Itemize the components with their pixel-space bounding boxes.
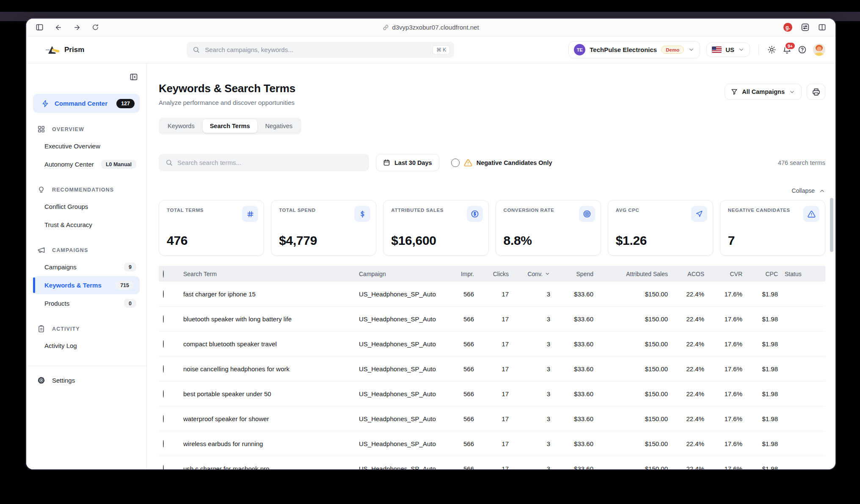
cell-attributed-sales: $150.00 [597, 465, 671, 470]
column-spend[interactable]: Spend [554, 271, 597, 277]
cell-impressions: 566 [440, 465, 477, 470]
table-row[interactable]: usb c charger for macbook pro US_Headpho… [159, 456, 825, 469]
section-title: RECOMMENDATIONS [52, 187, 114, 193]
back-icon[interactable] [55, 24, 62, 31]
term-search[interactable] [159, 154, 369, 171]
hash-icon [242, 206, 258, 222]
count-badge: 0 [124, 299, 136, 308]
theme-toggle-sun-icon[interactable] [767, 45, 776, 54]
sidebar-item-activity-log[interactable]: Activity Log [26, 337, 146, 355]
split-view-icon[interactable] [818, 23, 826, 31]
cell-impressions: 566 [440, 315, 477, 323]
print-button[interactable] [807, 84, 825, 100]
grid-icon [37, 125, 45, 133]
term-search-input[interactable] [177, 159, 362, 166]
column-conversions[interactable]: Conv. [512, 271, 554, 277]
select-all-checkbox[interactable] [163, 270, 164, 278]
column-cvr[interactable]: CVR [708, 271, 746, 277]
user-avatar[interactable] [813, 44, 825, 56]
table-row[interactable]: bluetooth speaker with long battery life… [159, 307, 825, 331]
column-impressions[interactable]: Impr. [440, 271, 477, 277]
row-checkbox[interactable] [163, 390, 164, 397]
column-clicks[interactable]: Clicks [477, 271, 512, 277]
search-icon [165, 159, 173, 166]
clipboard-icon [37, 325, 45, 333]
cell-impressions: 566 [440, 365, 477, 373]
sidebar-item-autonomy-center[interactable]: Autonomy Center L0 Manual [26, 155, 146, 173]
row-checkbox[interactable] [163, 465, 164, 470]
row-checkbox[interactable] [163, 365, 164, 373]
collapse-stats-toggle[interactable]: Collapse [159, 187, 825, 194]
cell-impressions: 566 [440, 415, 477, 422]
row-checkbox[interactable] [163, 315, 164, 323]
row-checkbox[interactable] [163, 415, 164, 422]
sidebar-item-command-center[interactable]: Command Center 127 [33, 94, 140, 113]
sidebar-item-products[interactable]: Products 0 [26, 294, 146, 312]
forward-icon[interactable] [73, 24, 81, 31]
sort-chevron-down-icon [545, 271, 550, 277]
count-badge: 9 [124, 263, 136, 271]
sidebar-item-settings[interactable]: Settings [26, 366, 146, 384]
campaign-filter-button[interactable]: All Campaigns [725, 84, 802, 100]
cell-clicks: 17 [477, 340, 512, 348]
cell-spend: $33.60 [554, 465, 597, 470]
row-checkbox[interactable] [163, 340, 164, 348]
column-acos[interactable]: ACOS [671, 271, 708, 277]
column-search-term[interactable]: Search Term [180, 271, 356, 277]
cell-attributed-sales: $150.00 [597, 440, 671, 447]
global-search-input[interactable] [205, 46, 427, 53]
url-text: d3vyp3zxobur07.cloudfront.net [392, 24, 479, 31]
tab-negatives[interactable]: Negatives [258, 119, 300, 133]
account-avatar: TE [574, 44, 585, 55]
sidebar-item-trust-accuracy[interactable]: Trust & Accuracy [26, 216, 146, 234]
sidebar-item-executive-overview[interactable]: Executive Overview [26, 137, 146, 155]
us-flag-icon [712, 47, 722, 53]
cell-impressions: 566 [440, 290, 477, 298]
cell-search-term: best portable speaker under 50 [180, 390, 356, 397]
notifications-bell-icon[interactable]: 9+ [783, 45, 791, 54]
account-switcher[interactable]: TE TechPulse Electronics Demo [568, 41, 700, 58]
column-status[interactable]: Status [781, 271, 825, 277]
megaphone-icon [37, 246, 45, 254]
tab-keywords[interactable]: Keywords [160, 119, 202, 133]
help-icon[interactable] [798, 45, 807, 54]
cell-conversions: 3 [512, 440, 554, 447]
tab-search-terms[interactable]: Search Terms [203, 119, 257, 133]
negative-candidates-checkbox[interactable] [451, 159, 460, 167]
row-checkbox[interactable] [163, 290, 164, 298]
sidebar-item-conflict-groups[interactable]: Conflict Groups [26, 197, 146, 216]
cell-clicks: 17 [477, 390, 512, 397]
reload-icon[interactable] [92, 24, 99, 31]
locale-selector[interactable]: US [706, 42, 750, 57]
global-search[interactable]: ⌘ K [187, 42, 454, 58]
column-cpc[interactable]: CPC [746, 271, 781, 277]
extension-badge-icon[interactable]: g. [783, 23, 792, 32]
cell-cvr: 17.6% [708, 290, 746, 298]
column-campaign[interactable]: Campaign [356, 271, 440, 277]
date-range-button[interactable]: Last 30 Days [376, 154, 439, 171]
extensions-icon[interactable] [801, 23, 810, 32]
vertical-scrollbar[interactable] [830, 198, 833, 252]
table-row[interactable]: fast charger for iphone 15 US_Headphones… [159, 282, 825, 307]
row-checkbox[interactable] [163, 440, 164, 447]
table-row[interactable]: waterproof speaker for shower US_Headpho… [159, 406, 825, 431]
table-row[interactable]: compact bluetooth speaker travel US_Head… [159, 331, 825, 356]
cell-clicks: 17 [477, 465, 512, 470]
cell-campaign: US_Headphones_SP_Auto [356, 340, 440, 348]
results-count: 476 search terms [778, 159, 825, 166]
chevron-down-icon [738, 47, 744, 53]
sidebar-collapse-icon[interactable] [130, 73, 138, 84]
shortcut-hint: ⌘ K [433, 45, 450, 55]
table-row[interactable]: noise cancelling headphones for work US_… [159, 356, 825, 381]
table-row[interactable]: best portable speaker under 50 US_Headph… [159, 381, 825, 406]
cell-spend: $33.60 [554, 290, 597, 298]
dollar-circle-icon [467, 206, 483, 222]
sidebar-item-campaigns[interactable]: Campaigns 9 [26, 258, 146, 276]
sidebar-toggle-icon[interactable] [36, 23, 44, 31]
address-bar[interactable]: d3vyp3zxobur07.cloudfront.net [383, 24, 479, 31]
column-attributed-sales[interactable]: Attributed Sales [597, 271, 671, 277]
negative-candidates-filter[interactable]: Negative Candidates Only [451, 159, 552, 167]
sidebar-item-keywords-terms[interactable]: Keywords & Terms 715 [33, 276, 140, 294]
cell-search-term: bluetooth speaker with long battery life [180, 315, 356, 323]
table-row[interactable]: wireless earbuds for running US_Headphon… [159, 431, 825, 456]
